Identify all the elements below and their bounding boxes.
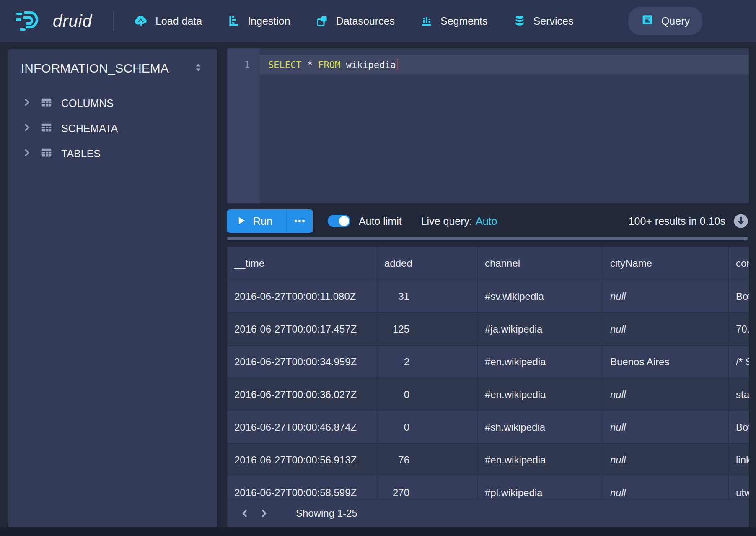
tree-item-label: SCHEMATA: [61, 122, 118, 135]
datasources-stack-icon: [316, 14, 329, 28]
toggle-knob: [339, 216, 349, 226]
table-cell[interactable]: #en.wikipedia: [478, 346, 603, 378]
sql-text: *: [301, 60, 318, 70]
nav-item-label: Segments: [440, 15, 488, 27]
table-cell[interactable]: #sh.wikipedia: [478, 411, 603, 444]
results-summary: 100+ results in 0.10s: [629, 215, 725, 227]
table-cell[interactable]: 2016-06-27T00:00:36.027Z: [227, 378, 377, 411]
table-cell[interactable]: null: [603, 280, 729, 313]
more-dots-icon: [294, 218, 306, 224]
segments-bars-icon: [420, 14, 433, 28]
table-cell[interactable]: 2016-06-27T00:00:56.913Z: [227, 444, 377, 476]
column-header-added[interactable]: added: [377, 247, 478, 280]
text-cursor: [397, 59, 398, 70]
table-row: 2016-06-27T00:00:56.913Z76#en.wikipedian…: [227, 444, 749, 476]
run-more-button[interactable]: [287, 209, 313, 233]
tree-item-label: COLUMNS: [61, 97, 114, 109]
table-cell[interactable]: 76: [377, 444, 478, 476]
sql-text: wikipedia: [340, 60, 396, 70]
schema-tree: COLUMNS SCHEMATA: [8, 85, 217, 166]
table-cell[interactable]: null: [603, 378, 729, 411]
run-button[interactable]: Run: [227, 209, 287, 233]
table-cell[interactable]: #ja.wikipedia: [478, 313, 603, 346]
nav-item-services[interactable]: Services: [513, 14, 574, 28]
tree-item-tables[interactable]: TABLES: [8, 141, 217, 166]
sql-editor[interactable]: 1 SELECT * FROM wikipedia: [227, 48, 749, 203]
table-row: 2016-06-27T00:00:46.874Z0#sh.wikipedianu…: [227, 411, 749, 444]
table-cell[interactable]: 0: [377, 378, 478, 411]
chevron-right-icon[interactable]: [257, 505, 271, 522]
table-row: 2016-06-27T00:00:34.959Z2#en.wikipediaBu…: [227, 346, 749, 378]
table-cell[interactable]: link: [729, 444, 749, 476]
live-query-label: Live query:Auto: [421, 215, 497, 227]
play-icon: [238, 215, 246, 227]
table-cell[interactable]: null: [603, 313, 729, 346]
table-cell[interactable]: Buenos Aires: [603, 346, 729, 378]
table-cell[interactable]: #en.wikipedia: [478, 378, 603, 411]
results-header: __time added channel cityName comment: [227, 247, 749, 280]
chevron-left-icon[interactable]: [238, 505, 251, 522]
table-cell[interactable]: #en.wikipedia: [478, 444, 603, 476]
table-cell[interactable]: Bot:: [729, 280, 749, 313]
sql-keyword: SELECT: [268, 60, 301, 70]
table-cell[interactable]: 31: [377, 280, 478, 313]
chevron-right-icon[interactable]: [22, 148, 32, 159]
double-caret-vertical-icon[interactable]: [192, 61, 205, 75]
tree-item-schemata[interactable]: SCHEMATA: [8, 116, 217, 141]
top-nav: druid Load data Ing: [0, 0, 756, 42]
nav-item-label: Services: [533, 15, 574, 27]
column-header-cityname[interactable]: cityName: [603, 247, 729, 280]
column-header-time[interactable]: __time: [227, 247, 377, 280]
table-cell[interactable]: null: [603, 411, 729, 444]
query-console-icon: [641, 13, 654, 29]
table-cell[interactable]: 2016-06-27T00:00:11.080Z: [227, 280, 377, 313]
table-cell[interactable]: Bot:: [729, 411, 749, 444]
schema-title: INFORMATION_SCHEMA: [21, 61, 169, 75]
table-cell[interactable]: 0: [377, 411, 478, 444]
auto-limit-toggle[interactable]: [328, 215, 350, 227]
nav-item-label: Load data: [155, 15, 202, 27]
column-header-channel[interactable]: channel: [478, 247, 603, 280]
nav-item-datasources[interactable]: Datasources: [316, 14, 395, 28]
schema-header[interactable]: INFORMATION_SCHEMA: [8, 49, 217, 85]
table-icon: [40, 146, 53, 161]
nav-item-label: Datasources: [336, 15, 395, 27]
line-number: 1: [227, 55, 260, 74]
tree-item-columns[interactable]: COLUMNS: [8, 91, 217, 116]
table-cell[interactable]: 2016-06-27T00:00:17.457Z: [227, 313, 377, 346]
table-cell[interactable]: 125: [377, 313, 478, 346]
chevron-right-icon[interactable]: [22, 97, 32, 109]
brand-wordmark: druid: [53, 12, 92, 31]
nav-item-load-data[interactable]: Load data: [133, 14, 202, 28]
nav-item-ingestion[interactable]: Ingestion: [227, 14, 290, 28]
results-panel: __time added channel cityName comment 20…: [227, 247, 749, 527]
table-icon: [40, 121, 53, 135]
editor-code-area[interactable]: SELECT * FROM wikipedia: [260, 48, 749, 203]
download-icon[interactable]: [733, 213, 749, 229]
table-cell[interactable]: /* S: [729, 346, 749, 378]
nav-item-segments[interactable]: Segments: [420, 14, 488, 28]
chevron-right-icon[interactable]: [22, 122, 32, 134]
table-row: 2016-06-27T00:00:17.457Z125#ja.wikipedia…: [227, 313, 749, 346]
horizontal-scrollbar[interactable]: [227, 237, 748, 240]
table-cell[interactable]: 70.9: [729, 313, 749, 346]
table-cell[interactable]: 2016-06-27T00:00:46.874Z: [227, 411, 377, 444]
nav-divider: [113, 11, 114, 31]
table-cell[interactable]: #sv.wikipedia: [478, 280, 603, 313]
nav-item-query[interactable]: Query: [628, 7, 702, 35]
results-footer: Showing 1-25: [227, 499, 749, 527]
table-cell[interactable]: null: [603, 444, 729, 476]
nav-item-label: Query: [661, 15, 690, 27]
druid-console: druid Load data Ing: [0, 0, 756, 536]
table-cell[interactable]: 2016-06-27T00:00:34.959Z: [227, 346, 377, 378]
run-button-label: Run: [253, 215, 272, 227]
sql-keyword: FROM: [318, 60, 340, 70]
table-cell[interactable]: 2: [377, 346, 478, 378]
druid-brand[interactable]: druid: [16, 8, 92, 34]
ingestion-chart-icon: [227, 14, 241, 28]
sql-active-line[interactable]: SELECT * FROM wikipedia: [260, 55, 749, 74]
table-cell[interactable]: stat: [729, 378, 749, 411]
column-header-comment[interactable]: comment: [729, 247, 749, 280]
auto-limit-label: Auto limit: [359, 215, 402, 227]
live-query-value[interactable]: Auto: [476, 215, 497, 227]
